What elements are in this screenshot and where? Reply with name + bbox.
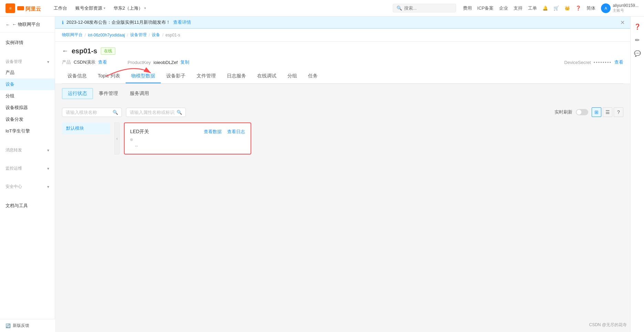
sidebar-section-title-security[interactable]: 安全中心 ▾ bbox=[0, 182, 55, 192]
sidebar-section-docs: 文档与工具 bbox=[0, 196, 55, 216]
sub-tabs: 运行状态 事件管理 服务调用 bbox=[55, 84, 630, 99]
chevron-down-icon: ▾ bbox=[47, 166, 49, 171]
search-bar[interactable]: 🔍 bbox=[393, 4, 456, 12]
sidebar-section-monitor: 监控运维 ▾ bbox=[0, 159, 55, 178]
chevron-down-icon: ▾ bbox=[47, 148, 49, 153]
breadcrumb-iot[interactable]: 物联网平台 bbox=[62, 32, 83, 38]
hamburger-menu-icon[interactable]: ≡ bbox=[6, 3, 15, 13]
cart-icon[interactable]: 🛒 bbox=[553, 6, 559, 11]
sub-tab-service-call[interactable]: 服务调用 bbox=[124, 88, 155, 99]
breadcrumb-device[interactable]: 设备 bbox=[152, 32, 160, 38]
nav-icp[interactable]: ICP备案 bbox=[477, 5, 494, 11]
breadcrumb-device-mgmt[interactable]: 设备管理 bbox=[130, 32, 147, 38]
nav-items: 工作台 账号全部资源 ▾ 华东2（上海） ▾ bbox=[54, 5, 386, 11]
tab-log-service[interactable]: 日志服务 bbox=[221, 69, 252, 83]
sidebar-item-iot-twin[interactable]: IoT孪生引擎 bbox=[0, 125, 55, 137]
tab-device-info[interactable]: 设备信息 bbox=[62, 69, 92, 83]
nav-support[interactable]: 支持 bbox=[514, 5, 522, 11]
card-title: LED开关 bbox=[130, 129, 149, 135]
device-secret-view-link[interactable]: 查看 bbox=[614, 59, 623, 65]
chevron-down-icon: ▾ bbox=[144, 6, 146, 10]
tab-topic-list[interactable]: Topic 列表 bbox=[92, 69, 126, 83]
right-panel: ❓ ✏ 💬 bbox=[630, 17, 644, 332]
module-search-input[interactable] bbox=[66, 110, 110, 115]
close-banner-btn[interactable]: ✕ bbox=[620, 19, 625, 26]
property-filter[interactable]: 🔍 bbox=[126, 108, 186, 117]
comment-icon[interactable]: 💬 bbox=[634, 50, 641, 57]
breadcrumb-instance[interactable]: iot-06z00h7yodidaaj bbox=[88, 33, 125, 38]
card-value: -- bbox=[130, 143, 245, 148]
tab-task[interactable]: 任务 bbox=[303, 69, 323, 83]
module-filter[interactable]: 🔍 bbox=[62, 108, 122, 117]
sidebar-collapse-btn[interactable]: ‹ bbox=[114, 122, 120, 154]
feedback-icon: 🔄 bbox=[6, 323, 11, 328]
product-view-link[interactable]: 查看 bbox=[98, 59, 107, 65]
nav-workorder[interactable]: 工单 bbox=[528, 5, 537, 11]
sub-tab-event-mgmt[interactable]: 事件管理 bbox=[93, 88, 124, 99]
sep2: / bbox=[127, 33, 128, 38]
chevron-down-icon: ▾ bbox=[47, 184, 49, 189]
search-icon[interactable]: 🔍 bbox=[113, 110, 118, 115]
refresh-area: 实时刷新 ⊞ ☰ ? bbox=[555, 107, 623, 117]
list-view-icon[interactable]: ☰ bbox=[603, 107, 612, 117]
card-links: 查看数据 查看日志 bbox=[204, 129, 245, 135]
sidebar-item-distribution[interactable]: 设备分发 bbox=[0, 114, 55, 125]
view-log-link[interactable]: 查看日志 bbox=[227, 129, 245, 135]
help-icon[interactable]: ? bbox=[614, 107, 623, 117]
search-icon[interactable]: 🔍 bbox=[177, 110, 182, 115]
nav-region[interactable]: 华东2（上海） ▾ bbox=[114, 5, 146, 11]
sidebar-section-title-device-mgmt[interactable]: 设备管理 ▾ bbox=[0, 57, 55, 67]
tab-file-mgmt[interactable]: 文件管理 bbox=[191, 69, 221, 83]
two-col-layout: 默认模块 ‹ LED开关 查看数据 查看日志 bbox=[62, 122, 623, 154]
sub-tab-running-state[interactable]: 运行状态 bbox=[62, 88, 93, 99]
sidebar: ← ← 物联网平台 实例详情 设备管理 ▾ 产品 设备 分组 设备模拟器 设备分… bbox=[0, 17, 55, 332]
search-icon: 🔍 bbox=[397, 6, 402, 11]
product-key-value: ioieobDLZef bbox=[154, 60, 178, 65]
question-icon[interactable]: ❓ bbox=[576, 6, 581, 11]
refresh-label: 实时刷新 bbox=[555, 109, 572, 115]
product-label: 产品 bbox=[62, 59, 71, 65]
bell-icon[interactable]: 🔔 bbox=[542, 6, 548, 11]
nav-enterprise[interactable]: 企业 bbox=[499, 5, 508, 11]
sidebar-section-title-message[interactable]: 消息转发 ▾ bbox=[0, 145, 55, 155]
feedback-bar[interactable]: 🔄 新版反馈 bbox=[0, 319, 55, 332]
announce-text: 2023-12-08发布公告：企业版实例11月新功能发布！ bbox=[66, 19, 170, 25]
nav-fee[interactable]: 费用 bbox=[463, 5, 472, 11]
sidebar-section-title-monitor[interactable]: 监控运维 ▾ bbox=[0, 163, 55, 173]
refresh-toggle[interactable] bbox=[576, 109, 588, 115]
sidebar-item-instance-detail[interactable]: 实例详情 bbox=[0, 37, 55, 49]
nav-resources[interactable]: 账号全部资源 ▾ bbox=[75, 5, 105, 11]
cards-area: LED开关 查看数据 查看日志 -- bbox=[124, 122, 623, 154]
sidebar-back-btn[interactable]: ← ← 物联网平台 bbox=[0, 17, 55, 33]
module-item-default[interactable]: 默认模块 bbox=[62, 122, 110, 134]
sep4: / bbox=[162, 33, 163, 38]
tab-online-debug[interactable]: 在线调试 bbox=[252, 69, 282, 83]
sidebar-section-device-mgmt: 设备管理 ▾ 产品 设备 分组 设备模拟器 设备分发 IoT孪生引擎 bbox=[0, 53, 55, 141]
page-header: ← esp01-s 在线 产品 CSDN演示 查看 ProductKey ioi… bbox=[55, 42, 630, 84]
sidebar-item-simulator[interactable]: 设备模拟器 bbox=[0, 102, 55, 114]
property-search-input[interactable] bbox=[130, 110, 175, 115]
grid-view-icon[interactable]: ⊞ bbox=[592, 107, 601, 117]
announce-link[interactable]: 查看详情 bbox=[173, 19, 191, 25]
sidebar-item-group[interactable]: 分组 bbox=[0, 90, 55, 102]
user-area[interactable]: A aliyun90159... 主账号 bbox=[601, 3, 638, 13]
nav-workbench[interactable]: 工作台 bbox=[54, 5, 67, 11]
product-key-copy-link[interactable]: 复制 bbox=[180, 59, 189, 65]
tab-thing-model-data[interactable]: 物模型数据 bbox=[126, 69, 161, 83]
card-status-row bbox=[130, 138, 245, 141]
search-input[interactable] bbox=[404, 6, 452, 11]
crown-icon[interactable]: 👑 bbox=[564, 6, 570, 11]
font-settings[interactable]: 简体 bbox=[587, 5, 595, 11]
tab-group[interactable]: 分组 bbox=[282, 69, 303, 83]
filters-row: 🔍 🔍 实时刷新 ⊞ ☰ ? bbox=[62, 105, 623, 117]
sidebar-item-product[interactable]: 产品 bbox=[0, 67, 55, 78]
aliyun-logo: 阿里云 bbox=[17, 3, 45, 13]
page-back-btn[interactable]: ← bbox=[62, 47, 68, 55]
sidebar-item-device[interactable]: 设备 bbox=[0, 78, 55, 90]
help-circle-icon[interactable]: ❓ bbox=[634, 23, 641, 30]
sidebar-item-docs[interactable]: 文档与工具 bbox=[0, 200, 55, 212]
tab-device-shadow[interactable]: 设备影子 bbox=[161, 69, 191, 83]
view-data-link[interactable]: 查看数据 bbox=[204, 129, 222, 135]
edit-icon[interactable]: ✏ bbox=[635, 37, 640, 43]
chevron-down-icon: ▾ bbox=[104, 6, 105, 10]
